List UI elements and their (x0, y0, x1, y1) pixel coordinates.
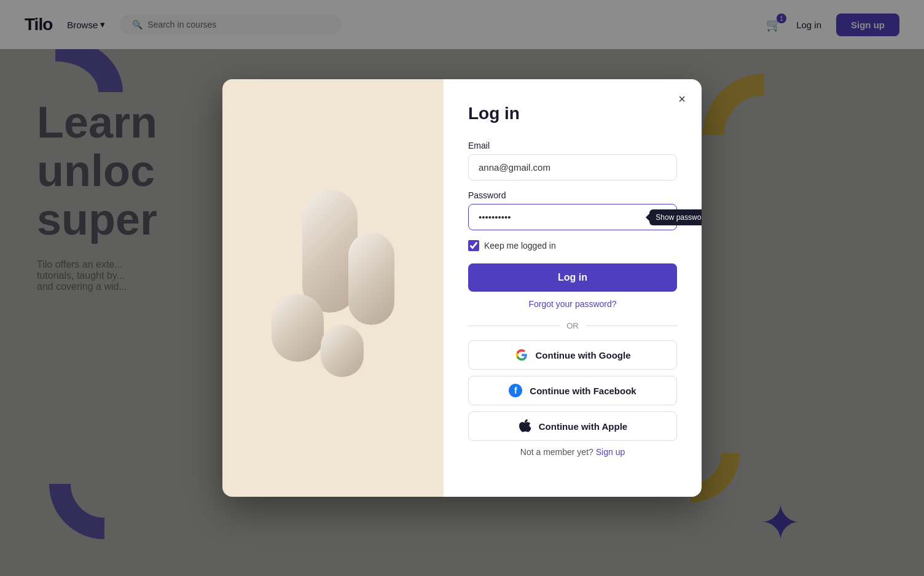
remember-checkbox[interactable] (468, 240, 479, 251)
facebook-icon: f (509, 384, 522, 397)
password-wrapper: Show password (468, 204, 677, 230)
modal-backdrop: × Log in Email Password Show password (0, 0, 924, 576)
cylinder-illustration (253, 184, 413, 392)
facebook-login-button[interactable]: f Continue with Facebook (468, 376, 677, 405)
login-submit-button[interactable]: Log in (468, 263, 677, 292)
cylinder-mid (348, 233, 394, 325)
remember-label: Keep me logged in (484, 241, 556, 251)
not-member-text: Not a member yet? (520, 447, 593, 457)
close-button[interactable]: × (672, 89, 692, 109)
email-label: Email (468, 141, 677, 150)
password-label: Password (468, 190, 677, 200)
signup-link[interactable]: Sign up (596, 447, 625, 457)
or-text: OR (566, 321, 579, 330)
not-member-row: Not a member yet? Sign up (468, 447, 677, 457)
modal-title: Log in (468, 104, 677, 123)
remember-row: Keep me logged in (468, 240, 677, 251)
apple-icon (518, 419, 531, 433)
or-line-left (468, 325, 559, 326)
or-divider: OR (468, 321, 677, 330)
modal-image-panel (222, 79, 444, 497)
apple-login-button[interactable]: Continue with Apple (468, 411, 677, 441)
cylinder-small (321, 325, 364, 377)
cylinder-short (272, 294, 324, 362)
close-icon: × (678, 92, 686, 106)
email-input[interactable] (468, 154, 677, 181)
apple-button-label: Continue with Apple (539, 421, 627, 432)
google-icon (515, 348, 528, 362)
google-login-button[interactable]: Continue with Google (468, 340, 677, 370)
or-line-right (586, 325, 677, 326)
facebook-button-label: Continue with Facebook (530, 386, 636, 396)
login-modal: × Log in Email Password Show password (222, 79, 702, 497)
show-password-tooltip: Show password (649, 209, 702, 225)
google-button-label: Continue with Google (536, 350, 631, 360)
forgot-password-link[interactable]: Forgot your password? (468, 299, 677, 309)
modal-form-panel: × Log in Email Password Show password (444, 79, 702, 497)
